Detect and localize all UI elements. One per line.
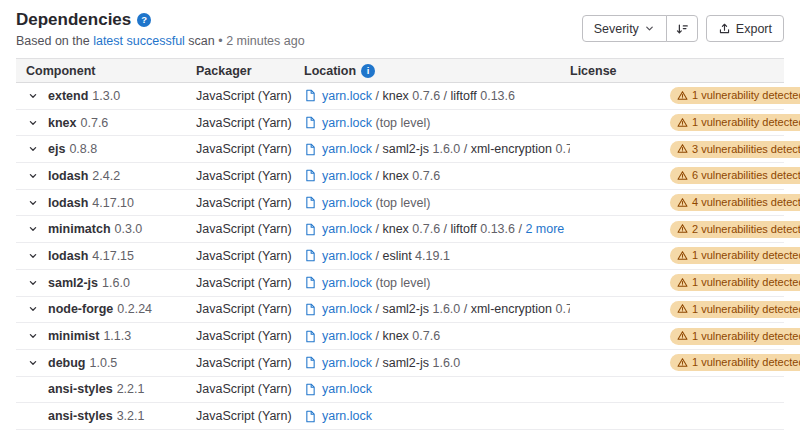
file-icon [304, 196, 317, 209]
packager-label: JavaScript (Yarn) [196, 89, 292, 103]
row-expand-button[interactable] [26, 329, 40, 343]
location-file-link[interactable]: yarn.lock [322, 196, 372, 210]
vulnerability-badge: 1 vulnerability detected [670, 328, 800, 345]
row-expand-button[interactable] [26, 89, 40, 103]
chevron-down-icon [27, 90, 39, 102]
location-file-link[interactable]: yarn.lock [322, 382, 372, 396]
location-file-link[interactable]: yarn.lock [322, 169, 372, 183]
path-separator: / [372, 89, 382, 103]
component-cell: lodash 4.17.15 [16, 249, 196, 263]
header-component: Component [16, 64, 196, 78]
component-cell: lodash 4.17.10 [16, 196, 196, 210]
location-file-link[interactable]: yarn.lock [322, 222, 372, 236]
badge-cell: 1 vulnerability detected [670, 328, 800, 345]
badge-cell: 1 vulnerability detected [670, 114, 800, 131]
location-cell: yarn.lock / knex 0.7.6 [304, 329, 570, 343]
severity-filter-button[interactable]: Severity [582, 15, 667, 42]
warning-icon [677, 170, 688, 181]
component-version: 2.2.1 [117, 382, 145, 396]
badge-cell: 1 vulnerability detected [670, 301, 800, 318]
severity-sort-group: Severity [582, 15, 698, 42]
header-packager-label: Packager [196, 64, 252, 78]
vulnerability-badge-label: 1 vulnerability detected [692, 115, 800, 129]
table-row: lodash 4.17.15 JavaScript (Yarn) yarn.lo… [16, 243, 784, 270]
vulnerability-badge-label: 1 vulnerability detected [692, 248, 800, 262]
location-cell: yarn.lock / saml2-js 1.6.0 / xml-encrypt… [304, 142, 570, 156]
component-name: lodash [48, 249, 88, 263]
path-component-version: 0.7.6 [409, 329, 440, 343]
table-row: lodash 4.17.10 JavaScript (Yarn) yarn.lo… [16, 190, 784, 217]
location-file-link[interactable]: yarn.lock [322, 302, 372, 316]
latest-scan-link[interactable]: latest successful [93, 34, 185, 48]
info-icon[interactable]: i [361, 64, 375, 78]
vulnerability-badge-label: 1 vulnerability detected [692, 329, 800, 343]
vulnerability-badge-label: 4 vulnerabilities detected [692, 195, 800, 209]
location-cell: yarn.lock / knex 0.7.6 [304, 169, 570, 183]
export-label: Export [736, 22, 772, 36]
chevron-down-icon [27, 117, 39, 129]
component-name: ansi-styles [48, 382, 113, 396]
location-file-link[interactable]: yarn.lock [322, 142, 372, 156]
packager-cell: JavaScript (Yarn) [196, 356, 304, 370]
path-separator: / [440, 222, 450, 236]
packager-label: JavaScript (Yarn) [196, 356, 292, 370]
file-icon [304, 356, 317, 369]
title-block: Dependencies ? Based on the latest succe… [16, 10, 305, 48]
vulnerability-badge-label: 6 vulnerabilities detected [692, 168, 800, 182]
component-cell: extend 1.3.0 [16, 89, 196, 103]
header-location: Location i [304, 64, 570, 78]
row-expand-button[interactable] [26, 302, 40, 316]
location-file-link[interactable]: yarn.lock [322, 409, 372, 423]
row-expand-button[interactable] [26, 142, 40, 156]
row-expand-button[interactable] [26, 196, 40, 210]
sort-order-button[interactable] [666, 15, 698, 42]
file-icon [304, 223, 317, 236]
path-component-name: knex [382, 89, 408, 103]
file-icon [304, 383, 317, 396]
table-row: ansi-styles 2.2.1 JavaScript (Yarn) yarn… [16, 377, 784, 404]
path-component-version: 1.6.0 [429, 356, 460, 370]
chevron-down-icon [27, 357, 39, 369]
packager-cell: JavaScript (Yarn) [196, 142, 304, 156]
path-component-version: 0.7.6 [409, 89, 440, 103]
header-license-label: License [570, 64, 617, 78]
location-file-link[interactable]: yarn.lock [322, 89, 372, 103]
subtitle-suffix: scan [188, 34, 214, 48]
row-expand-button[interactable] [26, 222, 40, 236]
vulnerability-badge: 2 vulnerabilities detected [670, 221, 800, 238]
row-expand-button[interactable] [26, 116, 40, 130]
location-file-link[interactable]: yarn.lock [322, 249, 372, 263]
path-separator: / [372, 169, 382, 183]
location-path: / knex 0.7.6 / liftoff 0.13.6 [372, 89, 515, 103]
component-version: 1.1.3 [103, 329, 131, 343]
location-file-link[interactable]: yarn.lock [322, 356, 372, 370]
component-version: 3.2.1 [117, 409, 145, 423]
row-expand-button[interactable] [26, 356, 40, 370]
component-version: 0.2.24 [117, 302, 152, 316]
location-file-link[interactable]: yarn.lock [322, 276, 372, 290]
location-file-link[interactable]: yarn.lock [322, 116, 372, 130]
chevron-down-icon [27, 170, 39, 182]
location-cell: yarn.lock / saml2-js 1.6.0 / xml-encrypt… [304, 302, 570, 316]
row-expand-button[interactable] [26, 276, 40, 290]
path-separator: / [372, 356, 382, 370]
badge-cell: 1 vulnerability detected [670, 354, 800, 371]
location-file-link[interactable]: yarn.lock [322, 329, 372, 343]
location-more-link[interactable]: 2 more [525, 222, 564, 236]
export-button[interactable]: Export [706, 15, 784, 42]
row-expand-button[interactable] [26, 169, 40, 183]
vulnerability-badge: 4 vulnerabilities detected [670, 194, 800, 211]
toolbar: Severity Export [582, 15, 784, 42]
vulnerability-badge: 1 vulnerability detected [670, 301, 800, 318]
component-version: 1.6.0 [102, 276, 130, 290]
component-name: minimatch [48, 222, 111, 236]
badge-cell: 3 vulnerabilities detected [670, 141, 800, 158]
table-body: extend 1.3.0 JavaScript (Yarn) yarn.lock… [16, 83, 784, 430]
location-path: / eslint 4.19.1 [372, 249, 450, 263]
warning-icon [677, 223, 688, 234]
path-component-version: 0.7.6 [409, 169, 440, 183]
help-icon[interactable]: ? [137, 13, 151, 27]
row-expand-button[interactable] [26, 249, 40, 263]
path-component-version: 0.7.4 [552, 142, 570, 156]
packager-label: JavaScript (Yarn) [196, 249, 292, 263]
